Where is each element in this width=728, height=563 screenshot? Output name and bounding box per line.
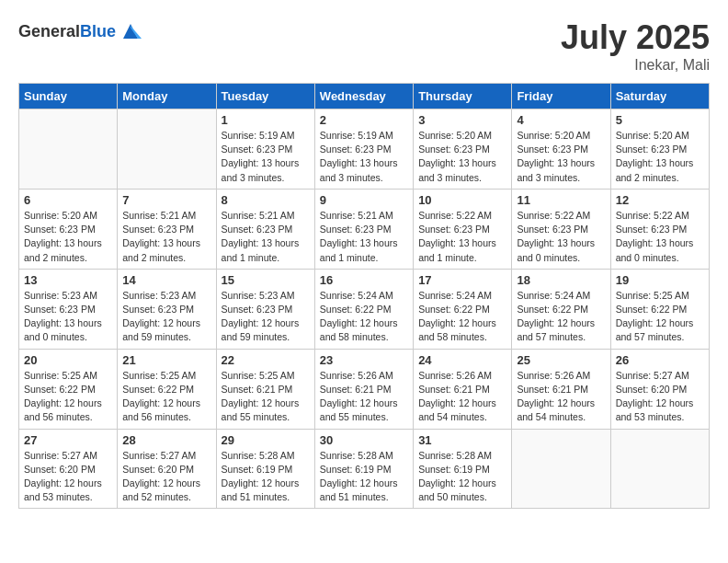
day-info: Sunrise: 5:25 AM Sunset: 6:21 PM Dayligh… xyxy=(222,369,310,425)
day-info: Sunrise: 5:27 AM Sunset: 6:20 PM Dayligh… xyxy=(122,449,210,505)
month-title: July 2025 xyxy=(561,18,710,57)
day-number: 30 xyxy=(320,433,408,447)
day-info: Sunrise: 5:23 AM Sunset: 6:23 PM Dayligh… xyxy=(24,289,112,345)
day-number: 6 xyxy=(24,193,112,207)
day-number: 15 xyxy=(222,273,310,287)
day-number: 24 xyxy=(418,353,506,367)
calendar-cell: 28Sunrise: 5:27 AM Sunset: 6:20 PM Dayli… xyxy=(118,429,216,509)
day-info: Sunrise: 5:24 AM Sunset: 6:22 PM Dayligh… xyxy=(320,289,408,345)
day-number: 1 xyxy=(222,113,310,127)
calendar-cell: 8Sunrise: 5:21 AM Sunset: 6:23 PM Daylig… xyxy=(216,189,314,269)
week-row-3: 13Sunrise: 5:23 AM Sunset: 6:23 PM Dayli… xyxy=(19,269,710,349)
day-info: Sunrise: 5:23 AM Sunset: 6:23 PM Dayligh… xyxy=(122,289,210,345)
calendar-cell: 2Sunrise: 5:19 AM Sunset: 6:23 PM Daylig… xyxy=(314,109,413,190)
day-number: 4 xyxy=(517,113,605,127)
calendar-cell: 4Sunrise: 5:20 AM Sunset: 6:23 PM Daylig… xyxy=(512,109,610,190)
weekday-header-friday: Friday xyxy=(512,84,610,109)
day-info: Sunrise: 5:20 AM Sunset: 6:23 PM Dayligh… xyxy=(24,209,112,265)
calendar-cell: 9Sunrise: 5:21 AM Sunset: 6:23 PM Daylig… xyxy=(314,189,413,269)
calendar-cell: 29Sunrise: 5:28 AM Sunset: 6:19 PM Dayli… xyxy=(216,429,314,509)
week-row-1: 1Sunrise: 5:19 AM Sunset: 6:23 PM Daylig… xyxy=(19,109,710,190)
day-info: Sunrise: 5:19 AM Sunset: 6:23 PM Dayligh… xyxy=(222,129,310,185)
day-number: 5 xyxy=(616,113,704,127)
calendar-cell: 1Sunrise: 5:19 AM Sunset: 6:23 PM Daylig… xyxy=(216,109,314,190)
week-row-5: 27Sunrise: 5:27 AM Sunset: 6:20 PM Dayli… xyxy=(19,429,710,509)
day-info: Sunrise: 5:26 AM Sunset: 6:21 PM Dayligh… xyxy=(517,369,605,425)
calendar-cell: 13Sunrise: 5:23 AM Sunset: 6:23 PM Dayli… xyxy=(19,269,118,349)
day-info: Sunrise: 5:27 AM Sunset: 6:20 PM Dayligh… xyxy=(24,449,112,505)
calendar-cell: 18Sunrise: 5:24 AM Sunset: 6:22 PM Dayli… xyxy=(512,269,610,349)
calendar-cell: 12Sunrise: 5:22 AM Sunset: 6:23 PM Dayli… xyxy=(610,189,709,269)
calendar-cell: 20Sunrise: 5:25 AM Sunset: 6:22 PM Dayli… xyxy=(19,349,118,429)
day-number: 7 xyxy=(122,193,210,207)
day-number: 9 xyxy=(320,193,408,207)
weekday-header-sunday: Sunday xyxy=(19,84,118,109)
day-info: Sunrise: 5:20 AM Sunset: 6:23 PM Dayligh… xyxy=(517,129,605,185)
day-info: Sunrise: 5:25 AM Sunset: 6:22 PM Dayligh… xyxy=(122,369,210,425)
calendar-cell: 23Sunrise: 5:26 AM Sunset: 6:21 PM Dayli… xyxy=(314,349,413,429)
day-info: Sunrise: 5:21 AM Sunset: 6:23 PM Dayligh… xyxy=(320,209,408,265)
day-info: Sunrise: 5:27 AM Sunset: 6:20 PM Dayligh… xyxy=(616,369,704,425)
day-number: 21 xyxy=(122,353,210,367)
day-number: 29 xyxy=(222,433,310,447)
calendar-cell: 24Sunrise: 5:26 AM Sunset: 6:21 PM Dayli… xyxy=(414,349,512,429)
day-number: 8 xyxy=(222,193,310,207)
day-number: 23 xyxy=(320,353,408,367)
day-info: Sunrise: 5:25 AM Sunset: 6:22 PM Dayligh… xyxy=(24,369,112,425)
day-info: Sunrise: 5:20 AM Sunset: 6:23 PM Dayligh… xyxy=(616,129,704,185)
day-info: Sunrise: 5:25 AM Sunset: 6:22 PM Dayligh… xyxy=(616,289,704,345)
day-info: Sunrise: 5:22 AM Sunset: 6:23 PM Dayligh… xyxy=(616,209,704,265)
calendar-cell xyxy=(512,429,610,509)
day-info: Sunrise: 5:21 AM Sunset: 6:23 PM Dayligh… xyxy=(122,209,210,265)
day-number: 3 xyxy=(418,113,506,127)
day-number: 11 xyxy=(517,193,605,207)
day-info: Sunrise: 5:22 AM Sunset: 6:23 PM Dayligh… xyxy=(517,209,605,265)
day-number: 20 xyxy=(24,353,112,367)
day-info: Sunrise: 5:28 AM Sunset: 6:19 PM Dayligh… xyxy=(418,449,506,505)
calendar-cell: 3Sunrise: 5:20 AM Sunset: 6:23 PM Daylig… xyxy=(414,109,512,190)
day-number: 22 xyxy=(222,353,310,367)
day-number: 31 xyxy=(418,433,506,447)
page-header: GeneralBlue July 2025 Inekar, Mali xyxy=(18,18,710,74)
day-info: Sunrise: 5:28 AM Sunset: 6:19 PM Dayligh… xyxy=(320,449,408,505)
calendar-cell xyxy=(19,109,118,190)
calendar-cell: 21Sunrise: 5:25 AM Sunset: 6:22 PM Dayli… xyxy=(118,349,216,429)
calendar-cell: 10Sunrise: 5:22 AM Sunset: 6:23 PM Dayli… xyxy=(414,189,512,269)
day-info: Sunrise: 5:26 AM Sunset: 6:21 PM Dayligh… xyxy=(418,369,506,425)
weekday-header-thursday: Thursday xyxy=(414,84,512,109)
weekday-header-monday: Monday xyxy=(118,84,216,109)
day-number: 17 xyxy=(418,273,506,287)
day-number: 10 xyxy=(418,193,506,207)
day-number: 14 xyxy=(122,273,210,287)
day-info: Sunrise: 5:21 AM Sunset: 6:23 PM Dayligh… xyxy=(222,209,310,265)
location-title: Inekar, Mali xyxy=(561,57,710,74)
calendar-cell: 5Sunrise: 5:20 AM Sunset: 6:23 PM Daylig… xyxy=(610,109,709,190)
logo-icon xyxy=(118,18,143,44)
calendar-cell: 30Sunrise: 5:28 AM Sunset: 6:19 PM Dayli… xyxy=(314,429,413,509)
day-number: 16 xyxy=(320,273,408,287)
calendar-cell: 31Sunrise: 5:28 AM Sunset: 6:19 PM Dayli… xyxy=(414,429,512,509)
logo-general: General xyxy=(18,22,80,40)
calendar-cell xyxy=(118,109,216,190)
day-info: Sunrise: 5:28 AM Sunset: 6:19 PM Dayligh… xyxy=(222,449,310,505)
weekday-header-wednesday: Wednesday xyxy=(314,84,413,109)
day-number: 2 xyxy=(320,113,408,127)
logo: GeneralBlue xyxy=(18,18,143,44)
day-number: 25 xyxy=(517,353,605,367)
day-number: 12 xyxy=(616,193,704,207)
day-info: Sunrise: 5:24 AM Sunset: 6:22 PM Dayligh… xyxy=(517,289,605,345)
calendar-cell: 6Sunrise: 5:20 AM Sunset: 6:23 PM Daylig… xyxy=(19,189,118,269)
calendar-cell: 22Sunrise: 5:25 AM Sunset: 6:21 PM Dayli… xyxy=(216,349,314,429)
calendar-cell: 15Sunrise: 5:23 AM Sunset: 6:23 PM Dayli… xyxy=(216,269,314,349)
weekday-header-tuesday: Tuesday xyxy=(216,84,314,109)
calendar-cell: 19Sunrise: 5:25 AM Sunset: 6:22 PM Dayli… xyxy=(610,269,709,349)
calendar-cell: 25Sunrise: 5:26 AM Sunset: 6:21 PM Dayli… xyxy=(512,349,610,429)
week-row-2: 6Sunrise: 5:20 AM Sunset: 6:23 PM Daylig… xyxy=(19,189,710,269)
calendar-cell: 17Sunrise: 5:24 AM Sunset: 6:22 PM Dayli… xyxy=(414,269,512,349)
weekday-header-row: SundayMondayTuesdayWednesdayThursdayFrid… xyxy=(19,84,710,109)
calendar-cell: 27Sunrise: 5:27 AM Sunset: 6:20 PM Dayli… xyxy=(19,429,118,509)
calendar-cell: 7Sunrise: 5:21 AM Sunset: 6:23 PM Daylig… xyxy=(118,189,216,269)
calendar-table: SundayMondayTuesdayWednesdayThursdayFrid… xyxy=(18,83,710,509)
calendar-cell: 26Sunrise: 5:27 AM Sunset: 6:20 PM Dayli… xyxy=(610,349,709,429)
calendar-cell: 11Sunrise: 5:22 AM Sunset: 6:23 PM Dayli… xyxy=(512,189,610,269)
